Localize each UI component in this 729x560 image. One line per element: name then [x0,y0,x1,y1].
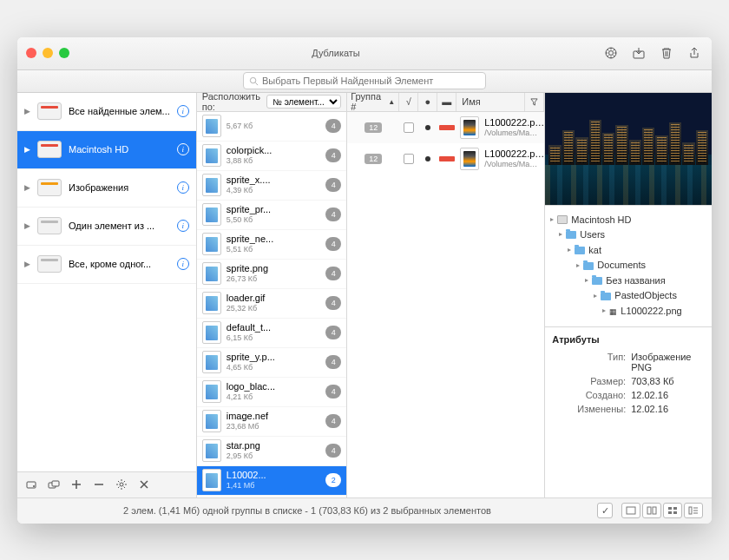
disclosure-icon: ▸ [602,306,606,317]
share-icon[interactable] [686,44,703,62]
file-icon [202,115,221,137]
disclosure-icon: ▸ [576,260,580,272]
sidebar-item-1[interactable]: ▶Macintosh HDi [17,131,196,169]
file-row[interactable]: image.nef23,68 Мб4 [197,407,346,437]
file-row[interactable]: colorpick...3,88 Кб4 [197,142,346,171]
file-sort-header: Расположить по: № элемент... [197,93,346,112]
file-icon [202,410,221,432]
add-icon[interactable] [69,478,83,491]
info-icon[interactable]: i [177,220,189,232]
sidebar: ▶Все найденные элем...i▶Macintosh HDi▶Из… [17,93,197,497]
file-info: colorpick...3,88 Кб [227,145,320,166]
file-row[interactable]: 5,67 Кб4 [197,112,346,142]
traffic-lights [26,48,69,58]
info-icon[interactable]: i [177,258,189,270]
view-grid-icon[interactable] [663,503,682,518]
file-icon [202,262,221,285]
attr-row: Тип:Изображение PNG [552,350,705,374]
info-icon[interactable]: i [177,181,189,194]
file-row[interactable]: L10002...1,41 Мб2 [197,466,346,496]
count-badge: 4 [325,355,341,369]
file-info: sprite_ne...5,51 Кб [227,234,320,254]
status-bar: 2 элем. (1,41 Мб) одной группы в списке … [17,497,712,524]
file-row[interactable]: star.png2,95 Кб4 [197,437,346,466]
disclosure-icon: ▸ [559,229,562,240]
check-toggle[interactable]: ✓ [597,503,613,518]
detail-column: ▸Macintosh HD▸Users▸kat▸Documents▸Без на… [545,93,712,497]
burn-icon[interactable] [602,44,620,62]
sort-select[interactable]: № элемент... [266,95,341,109]
file-row[interactable]: logo_blac...4,21 Кб4 [197,378,346,407]
dup-row[interactable]: 12L1000222.p…/Volumes/Ma… [347,143,544,175]
path-row[interactable]: ▸Macintosh HD [550,213,706,228]
count-badge: 4 [325,296,341,310]
file-list[interactable]: 5,67 Кб4colorpick...3,88 Кб4sprite_x....… [197,112,346,497]
file-icon [202,439,221,462]
trash-icon[interactable] [658,44,675,62]
close-icon[interactable] [137,478,151,491]
checkbox[interactable] [404,154,414,164]
folder-icon [592,277,602,285]
sidebar-item-0[interactable]: ▶Все найденные элем...i [17,93,196,131]
file-icon [202,321,221,344]
disclosure-icon: ▸ [568,245,571,256]
svg-point-1 [609,51,614,56]
file-row[interactable]: sprite_pr...5,50 Кб4 [197,201,346,230]
disclosure-icon: ▶ [24,221,30,230]
svg-point-3 [250,77,255,82]
path-row[interactable]: ▸▦L1000222.png [550,304,706,320]
col-dot[interactable]: ● [418,93,437,111]
col-filter[interactable] [525,93,544,111]
window-title: Дубликаты [78,48,594,58]
svg-rect-12 [668,507,672,510]
path-row[interactable]: ▸PastedObjects [550,288,706,304]
close-button[interactable] [26,48,36,58]
path-row[interactable]: ▸kat [550,243,706,259]
file-info: 5,67 Кб [227,122,320,131]
file-row[interactable]: loader.gif25,32 Кб4 [197,289,346,319]
image-icon: ▦ [609,306,617,318]
search-icon [249,76,259,86]
dup-list[interactable]: 12L1000222.p…/Volumes/Ma…12L1000222.p…/V… [347,112,544,497]
disclosure-icon: ▸ [585,275,588,287]
col-group[interactable]: Группа #▲ [347,93,399,111]
path-label: Macintosh HD [571,213,631,228]
disk2-icon[interactable] [47,478,61,491]
import-icon[interactable] [630,44,647,62]
dup-row[interactable]: 12L1000222.p…/Volumes/Ma… [347,112,544,143]
path-row[interactable]: ▸Documents [550,258,706,273]
sidebar-item-4[interactable]: ▶Все, кроме одног...i [17,246,196,284]
file-row[interactable]: sprite_ne...5,51 Кб4 [197,230,346,260]
file-row[interactable]: sprite_x....4,39 Кб4 [197,171,346,201]
drive-icon [37,255,62,273]
minimize-button[interactable] [43,48,53,58]
info-icon[interactable]: i [177,105,189,117]
col-bar[interactable]: ▬ [437,93,456,111]
file-row[interactable]: default_t...6,15 Кб4 [197,319,346,348]
search-field[interactable] [243,72,486,89]
sidebar-item-3[interactable]: ▶Один элемент из ...i [17,208,196,246]
checkbox[interactable] [404,122,414,133]
path-row[interactable]: ▸Users [550,227,706,243]
info-icon[interactable]: i [177,143,189,155]
path-row[interactable]: ▸Без названия [550,273,706,289]
dup-info: L1000222.p…/Volumes/Ma… [484,117,544,137]
folder-icon [566,231,576,239]
gear-icon[interactable] [115,478,128,491]
file-row[interactable]: sprite_y.p...4,65 Кб4 [197,348,346,378]
view-single-icon[interactable] [621,503,640,518]
disk-icon[interactable] [24,478,38,491]
attr-row: Размер:703,83 Кб [552,374,705,388]
sidebar-item-2[interactable]: ▶Изображенияi [17,169,196,208]
view-split-icon[interactable] [642,503,661,518]
main-body: ▶Все найденные элем...i▶Macintosh HDi▶Из… [17,93,712,497]
file-info: image.nef23,68 Мб [227,411,320,432]
zoom-button[interactable] [59,48,69,58]
col-name[interactable]: Имя [456,93,525,111]
view-list-icon[interactable] [684,503,703,518]
sort-label: Расположить по: [202,91,263,112]
file-row[interactable]: sprite.png26,73 Кб4 [197,260,346,289]
col-check[interactable]: √ [399,93,418,111]
remove-icon[interactable] [92,478,106,491]
search-input[interactable] [262,76,480,86]
